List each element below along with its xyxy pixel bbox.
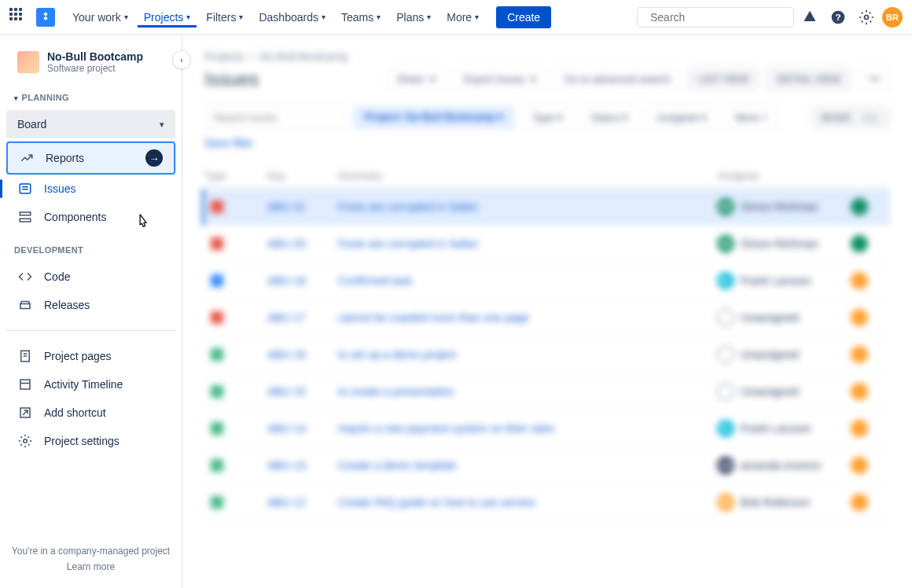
- svg-rect-9: [20, 219, 31, 222]
- table-row[interactable]: ABU-13Create a demo templateAMamanda.mor…: [204, 447, 890, 484]
- issues-table: ABU-21Fonts are corrupted in SafariSRSim…: [204, 189, 890, 521]
- svg-point-17: [24, 439, 28, 443]
- pages-icon: [17, 348, 33, 364]
- sidebar-activity-label: Activity Timeline: [44, 378, 123, 391]
- share-button[interactable]: Share ▾: [387, 68, 446, 90]
- user-avatar[interactable]: BR: [882, 7, 903, 28]
- create-button[interactable]: Create: [496, 6, 551, 28]
- sidebar-releases-label: Releases: [44, 299, 90, 311]
- nav-plans[interactable]: Plans▾: [390, 8, 437, 27]
- main-content: Projects / No-Bull Bootcamp Issues Share…: [182, 35, 912, 588]
- project-filter-chip[interactable]: Project: No-Bull Bootcamp ▾: [354, 106, 514, 129]
- notifications-icon[interactable]: [797, 5, 822, 30]
- settings-icon[interactable]: [854, 5, 879, 30]
- sidebar: No-Bull Bootcamp Software project ‹ ▾PLA…: [0, 35, 182, 588]
- nav-filters[interactable]: Filters▾: [200, 8, 249, 27]
- code-icon: [17, 269, 33, 285]
- advanced-search-button[interactable]: Go to advanced search: [554, 68, 680, 90]
- sidebar-item-add-shortcut[interactable]: Add shortcut: [6, 399, 175, 427]
- nav-dashboards[interactable]: Dashboards▾: [252, 8, 332, 27]
- sidebar-issues-label: Issues: [44, 182, 75, 195]
- jira-logo[interactable]: [36, 8, 55, 27]
- project-header: No-Bull Bootcamp Software project: [0, 50, 182, 88]
- sidebar-item-issues[interactable]: Issues: [6, 175, 175, 203]
- table-row[interactable]: ABU-20Fonts are corrupted in SafariSRSim…: [204, 226, 890, 263]
- svg-point-4: [865, 15, 869, 19]
- timeline-icon: [17, 377, 33, 392]
- learn-more-link[interactable]: Learn more: [9, 561, 172, 572]
- nav-teams[interactable]: Teams▾: [335, 8, 387, 27]
- assignee-filter[interactable]: Assignee ▾: [646, 106, 717, 129]
- page-title: Issues: [204, 68, 379, 90]
- list-view-toggle[interactable]: LIST VIEW: [688, 68, 759, 90]
- sidebar-pages-label: Project pages: [44, 350, 112, 362]
- app-switcher-icon[interactable]: [9, 8, 28, 27]
- sidebar-footer: You're in a company-managed project Lear…: [0, 538, 182, 588]
- export-button[interactable]: Export issues ▾: [454, 68, 546, 90]
- basic-jql-toggle[interactable]: BASIC JQL: [811, 106, 890, 129]
- sidebar-code-label: Code: [44, 270, 70, 283]
- reports-icon: [19, 150, 35, 166]
- table-row[interactable]: ABU-17cannot be crawled more than one pa…: [204, 300, 890, 336]
- sidebar-settings-label: Project settings: [44, 435, 120, 447]
- save-filter-link[interactable]: Save filter: [204, 137, 890, 149]
- project-type: Software project: [47, 63, 143, 74]
- svg-line-16: [23, 410, 28, 415]
- sidebar-shortcut-label: Add shortcut: [44, 406, 106, 419]
- development-section-label: DEVELOPMENT: [0, 241, 182, 259]
- gear-icon: [17, 433, 33, 449]
- table-row[interactable]: ABU-16to set up a demo projectUnassigned: [204, 336, 890, 373]
- breadcrumb: Projects / No-Bull Bootcamp: [204, 50, 890, 63]
- table-row[interactable]: ABU-18Confirmed taskFLFrank Larsson: [204, 263, 890, 300]
- footer-text: You're in a company-managed project: [9, 546, 172, 557]
- sidebar-item-components[interactable]: Components: [6, 203, 175, 231]
- type-filter[interactable]: Type ▾: [522, 106, 573, 129]
- issues-icon: [17, 181, 33, 197]
- planning-section-label: ▾PLANNING: [0, 88, 182, 107]
- detail-view-toggle[interactable]: DETAIL VIEW: [767, 68, 851, 90]
- global-search[interactable]: [637, 7, 794, 28]
- table-row[interactable]: ABU-12Create FAQ guide on how to use ser…: [204, 484, 890, 521]
- sidebar-components-label: Components: [44, 211, 106, 223]
- help-icon[interactable]: ?: [826, 5, 851, 30]
- nav-projects[interactable]: Projects▾: [138, 8, 197, 27]
- svg-rect-8: [20, 212, 31, 215]
- sidebar-board-label: Board: [17, 118, 46, 130]
- sidebar-item-releases[interactable]: Releases: [6, 291, 175, 319]
- nav-your-work[interactable]: Your work▾: [66, 8, 134, 27]
- sidebar-item-activity-timeline[interactable]: Activity Timeline: [6, 370, 175, 399]
- shortcut-icon: [17, 405, 33, 421]
- nav-more[interactable]: More▾: [440, 8, 485, 27]
- chevron-down-icon: ▾: [160, 119, 164, 130]
- top-nav: Your work▾ Projects▾ Filters▾ Dashboards…: [0, 0, 912, 35]
- sidebar-item-code[interactable]: Code: [6, 263, 175, 291]
- sidebar-item-project-pages[interactable]: Project pages: [6, 342, 175, 370]
- project-name: No-Bull Bootcamp: [47, 50, 143, 63]
- table-row[interactable]: ABU-14Inquire a new payment system on th…: [204, 410, 890, 447]
- table-row[interactable]: ABU-15to create a presentationUnassigned: [204, 373, 890, 410]
- svg-rect-13: [20, 380, 30, 389]
- go-arrow-icon: →: [145, 149, 163, 167]
- sidebar-reports-label: Reports: [46, 152, 134, 164]
- releases-icon: [17, 297, 33, 313]
- status-filter[interactable]: Status ▾: [581, 106, 638, 129]
- components-icon: [17, 209, 33, 225]
- sidebar-item-project-settings[interactable]: Project settings: [6, 427, 175, 455]
- more-filter[interactable]: More +: [725, 106, 778, 129]
- issues-search-input[interactable]: [204, 106, 346, 129]
- sidebar-item-board[interactable]: Board ▾: [6, 110, 175, 138]
- sidebar-item-reports[interactable]: Reports →: [6, 141, 175, 175]
- svg-text:?: ?: [835, 12, 840, 22]
- table-header: Type Key Summary Assignee: [204, 164, 890, 189]
- more-actions-button[interactable]: •••: [859, 68, 890, 90]
- table-row[interactable]: ABU-21Fonts are corrupted in SafariSRSim…: [202, 189, 890, 226]
- search-input[interactable]: [650, 11, 788, 24]
- project-icon: [17, 51, 39, 73]
